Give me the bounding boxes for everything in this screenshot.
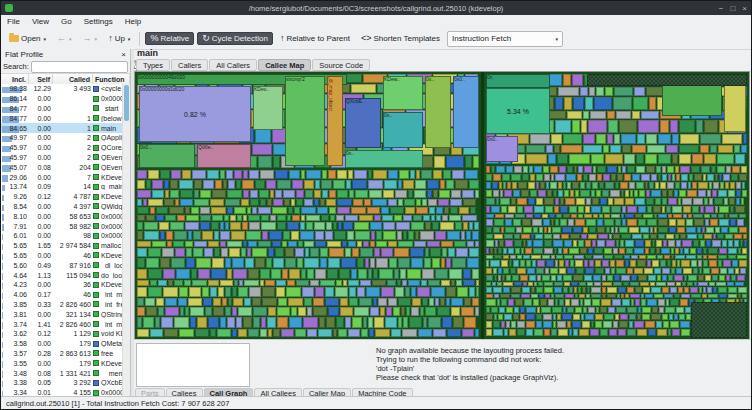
table-row[interactable]: 13.740.0914g_main_co... [1,182,123,192]
treemap-tile[interactable] [627,307,637,313]
treemap-tile[interactable] [336,317,344,328]
treemap-tile[interactable] [667,166,674,173]
treemap-tile[interactable] [536,287,543,293]
treemap-tile[interactable] [329,190,336,198]
treemap-tile[interactable] [156,298,164,306]
treemap-tile[interactable] [435,231,446,240]
treemap-tile[interactable] [647,206,652,213]
treemap-tile[interactable] [453,317,463,328]
treemap-tile[interactable] [402,329,417,337]
treemap-tile[interactable] [719,206,729,213]
treemap-tile[interactable] [565,198,575,205]
treemap-tile[interactable] [238,287,248,297]
treemap-tile[interactable] [521,190,529,197]
treemap-tile[interactable] [666,145,678,153]
treemap-tile[interactable] [654,227,657,233]
treemap-tile[interactable] [411,222,424,230]
treemap-tile[interactable] [709,198,713,205]
treemap-tile[interactable] [675,248,679,254]
treemap-tile[interactable] [597,166,606,173]
treemap-tile[interactable] [369,329,374,337]
treemap-tile[interactable] [646,166,655,173]
treemap-tile[interactable] [531,294,538,298]
treemap-tile[interactable] [674,294,680,298]
treemap-tile[interactable] [619,120,637,133]
treemap-tile[interactable] [698,260,702,267]
treemap-tile[interactable] [261,222,276,230]
treemap-tile[interactable] [667,282,675,286]
treemap-tile[interactable] [743,134,747,144]
treemap-tile[interactable] [638,206,646,213]
treemap-tile[interactable] [740,240,743,247]
treemap-tile[interactable] [603,145,609,153]
treemap-tile[interactable] [723,260,731,267]
treemap-tile[interactable] [329,248,344,257]
treemap-tile[interactable] [572,120,580,133]
treemap-tile[interactable] [566,174,576,181]
treemap-tile[interactable] [557,314,561,320]
treemap-tile[interactable] [451,280,455,286]
treemap-tile[interactable] [384,180,397,189]
treemap-tile[interactable] [503,287,510,293]
treemap-tile[interactable] [208,241,219,247]
treemap-block[interactable]: QXcbE.. [345,98,381,148]
tab-callers[interactable]: Callers [171,59,208,71]
treemap-tile[interactable] [493,329,503,336]
treemap-tile[interactable] [657,275,661,281]
treemap-tile[interactable] [559,299,564,306]
treemap-tile[interactable] [200,215,211,221]
treemap-tile[interactable] [620,182,628,189]
treemap-tile[interactable] [450,207,458,214]
treemap-tile[interactable] [584,214,592,218]
treemap-tile[interactable] [698,282,708,286]
treemap-tile[interactable] [352,248,359,257]
treemap-tile[interactable] [637,314,641,320]
treemap-tile[interactable] [662,268,670,274]
treemap-tile[interactable] [170,180,178,189]
table-row[interactable]: 7.910.0058 9820x0000000... [1,221,123,231]
treemap-tile[interactable] [545,206,553,213]
treemap-tile[interactable] [397,231,402,240]
treemap-tile[interactable] [703,260,708,267]
treemap-tile[interactable] [738,248,741,254]
treemap-tile[interactable] [717,234,724,239]
treemap-tile[interactable] [191,269,197,279]
treemap-tile[interactable] [575,260,583,267]
treemap-tile[interactable] [681,329,690,336]
treemap-tile[interactable] [532,219,542,226]
treemap-tile[interactable] [594,248,603,254]
treemap-tile[interactable] [662,190,667,197]
treemap-tile[interactable] [498,268,502,274]
treemap-tile[interactable] [247,248,251,257]
treemap-tile[interactable] [328,258,340,268]
treemap-tile[interactable] [630,260,636,267]
treemap-tile[interactable] [473,156,479,168]
treemap-tile[interactable] [551,294,554,298]
treemap-tile[interactable] [486,287,492,293]
treemap-tile[interactable] [533,227,538,233]
treemap-tile[interactable] [446,287,456,297]
treemap-tile[interactable] [433,190,438,198]
treemap-tile[interactable] [364,199,371,206]
treemap-tile[interactable] [451,298,463,306]
treemap-tile[interactable] [544,287,553,293]
treemap-tile[interactable] [381,248,393,257]
treemap-tile[interactable] [664,294,673,298]
treemap-tile[interactable] [469,180,479,189]
treemap-tile[interactable] [144,231,159,240]
treemap-tile[interactable] [225,307,231,316]
treemap-tile[interactable] [275,190,282,198]
treemap-tile[interactable] [635,198,645,205]
treemap-tile[interactable] [242,222,248,230]
treemap-tile[interactable] [328,307,339,316]
treemap-tile[interactable] [470,207,476,214]
treemap-tile[interactable] [580,248,587,254]
treemap-tile[interactable] [609,234,612,239]
treemap-tile[interactable] [414,241,426,247]
treemap-tile[interactable] [430,248,441,257]
treemap-tile[interactable] [599,214,603,218]
maximize-icon[interactable]: □ [730,4,735,13]
treemap-tile[interactable] [503,282,513,286]
treemap-block[interactable]: KDew.. [383,76,423,110]
treemap-tile[interactable] [211,222,219,230]
